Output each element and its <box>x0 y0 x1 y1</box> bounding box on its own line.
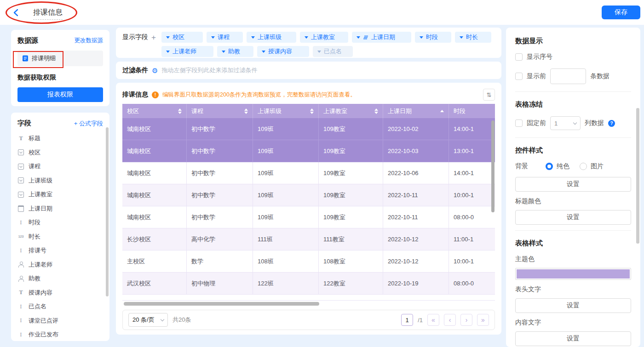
column-header[interactable]: 上课教室 <box>319 104 383 118</box>
freeze-count-select[interactable]: 1 <box>550 116 581 130</box>
page-size-select[interactable]: 20 条/页 <box>128 313 168 327</box>
add-display-field-button[interactable]: + <box>151 34 156 41</box>
column-header[interactable]: 课程 <box>187 104 253 118</box>
content-text-label: 内容文字 <box>515 319 631 327</box>
header-text-set-button[interactable]: 设置 <box>515 298 631 313</box>
chevron-down-icon <box>317 51 321 53</box>
field-item[interactable]: T标题 <box>17 131 103 146</box>
display-field-chip[interactable]: 时段 <box>415 32 451 43</box>
image-radio[interactable] <box>580 163 587 170</box>
field-item[interactable]: I时段 <box>17 216 103 230</box>
table-cell: 13:00-1 <box>449 140 495 162</box>
image-label: 图片 <box>591 162 604 171</box>
table-horizontal-scrollbar[interactable] <box>122 302 495 306</box>
field-item[interactable]: 校区 <box>17 146 103 160</box>
table-row[interactable]: 城南校区初中数学109班109教室2022-10-1110:00-1 <box>122 184 495 206</box>
field-item[interactable]: 课程 <box>17 159 103 174</box>
field-label: 授课内容 <box>29 289 52 297</box>
save-button[interactable]: 保存 <box>602 6 640 19</box>
table-row[interactable]: 武汉校区初中物理122班122教室2022-10-1908:00-0 <box>122 273 495 295</box>
table-row[interactable]: 城南校区初中数学109班109教室2022-10-0313:00-1 <box>122 140 495 162</box>
sort-icon[interactable] <box>178 108 182 114</box>
field-item[interactable]: I已点名 <box>17 300 103 314</box>
panel-scrollbar[interactable] <box>636 108 639 244</box>
filter-drop-hint: 拖动左侧字段到此处来添加过滤条件 <box>161 66 257 74</box>
title-color-set-button[interactable]: 设置 <box>515 210 631 225</box>
data-table: 校区 课程 上课班级 上课教室 上课日期 时段 城南校区初中数学109班109教… <box>122 104 495 301</box>
display-field-chip-sorted[interactable]: 上课日期 <box>352 32 411 43</box>
solid-color-radio[interactable] <box>546 163 553 170</box>
datasource-item[interactable]: 排课明细 <box>17 51 103 66</box>
sort-icon[interactable] <box>244 108 248 114</box>
change-datasource-link[interactable]: 更改数据源 <box>75 37 104 45</box>
chip-label: 助教 <box>228 47 240 56</box>
scrollbar-thumb[interactable] <box>124 302 319 306</box>
field-item[interactable]: T授课内容 <box>17 286 103 300</box>
display-field-chip[interactable]: 上课教室 <box>300 32 348 43</box>
table-cell: 初中数学 <box>187 118 253 140</box>
display-field-chip[interactable]: 上课班级 <box>247 32 296 43</box>
chip-label: 授课内容 <box>268 47 292 56</box>
table-cell: 2022-10-11 <box>383 206 449 228</box>
prev-page-button[interactable]: ‹ <box>444 314 456 326</box>
report-permission-button[interactable]: 报表权限 <box>17 87 103 102</box>
sort-asc-icon[interactable] <box>440 110 444 112</box>
column-header[interactable]: 上课班级 <box>253 104 319 118</box>
field-label: 排课号 <box>29 246 46 255</box>
help-icon[interactable]: ? <box>608 120 615 127</box>
background-set-button[interactable]: 设置 <box>515 177 631 192</box>
field-item[interactable]: 上课日期 <box>17 202 103 216</box>
table-row[interactable]: 城南校区初中数学109班109教室2022-10-1108:00-0 <box>122 206 495 228</box>
field-item[interactable]: 上课班级 <box>17 174 103 188</box>
display-field-chip[interactable]: 时长 <box>455 32 491 43</box>
freeze-columns-checkbox[interactable] <box>515 119 523 127</box>
display-field-chip-disabled[interactable]: 已点名 <box>313 46 353 57</box>
field-item[interactable]: I作业已发布 <box>17 328 103 341</box>
table-row[interactable]: 长沙校区高中化学111班111教室2022-10-1211:00-1 <box>122 228 495 250</box>
table-vertical-scrollbar[interactable] <box>491 120 494 212</box>
show-index-checkbox[interactable] <box>515 53 523 61</box>
sort-icon[interactable] <box>374 108 378 114</box>
table-cell: 109教室 <box>319 140 383 162</box>
first-page-button[interactable]: « <box>427 314 439 326</box>
gear-icon[interactable]: ⚙ <box>152 67 158 74</box>
back-icon[interactable] <box>13 9 19 18</box>
field-item[interactable]: I课堂已点评 <box>17 314 103 328</box>
field-item[interactable]: I排课号 <box>17 244 103 258</box>
field-item[interactable]: 上课老师 <box>17 258 103 272</box>
add-formula-field-link[interactable]: + 公式字段 <box>74 119 103 128</box>
column-header[interactable]: 上课日期 <box>383 104 449 118</box>
table-cell: 2022-10-19 <box>383 273 449 295</box>
column-header[interactable]: 校区 <box>122 104 187 118</box>
table-row[interactable]: 主校区数学108班108教室2022-10-1210:00-1 <box>122 250 495 273</box>
show-first-checkbox[interactable] <box>515 73 523 80</box>
next-page-button[interactable]: › <box>460 314 472 326</box>
table-row[interactable]: 城南校区初中数学109班109教室2022-10-0614:00-1 <box>122 162 495 184</box>
chevron-down-icon <box>161 317 164 321</box>
field-item[interactable]: 助教 <box>17 272 103 286</box>
sort-order-button[interactable]: ⇅ <box>483 89 495 101</box>
sort-icon[interactable] <box>310 108 314 114</box>
current-page-box[interactable]: 1 <box>401 314 413 326</box>
table-row[interactable]: 城南校区初中数学109班109教室2022-10-0214:00-1 <box>122 118 495 140</box>
theme-color-swatch[interactable] <box>515 268 631 280</box>
row-limit-input[interactable] <box>550 68 586 84</box>
last-page-button[interactable]: » <box>477 314 489 326</box>
field-label: 上课日期 <box>29 205 52 213</box>
fields-scrollbar[interactable] <box>106 127 109 296</box>
table-cell: 109班 <box>253 162 319 184</box>
column-header[interactable]: 时段 <box>449 104 495 118</box>
field-label: 上课老师 <box>29 261 52 269</box>
display-field-chip[interactable]: 助教 <box>217 46 253 57</box>
field-label: 上课教室 <box>29 190 52 199</box>
field-item[interactable]: 上课教室 <box>17 188 103 202</box>
display-field-chip[interactable]: 校区 <box>161 32 203 43</box>
display-field-chip[interactable]: 上课老师 <box>161 46 213 57</box>
chip-label: 上课教室 <box>311 33 335 41</box>
chip-label: 上课班级 <box>258 33 282 41</box>
display-field-chip[interactable]: 课程 <box>207 32 243 43</box>
field-item[interactable]: 123时长 <box>17 230 103 244</box>
display-field-chip[interactable]: 授课内容 <box>257 46 309 57</box>
column-label: 课程 <box>191 107 203 115</box>
content-text-set-button[interactable]: 设置 <box>515 331 631 346</box>
